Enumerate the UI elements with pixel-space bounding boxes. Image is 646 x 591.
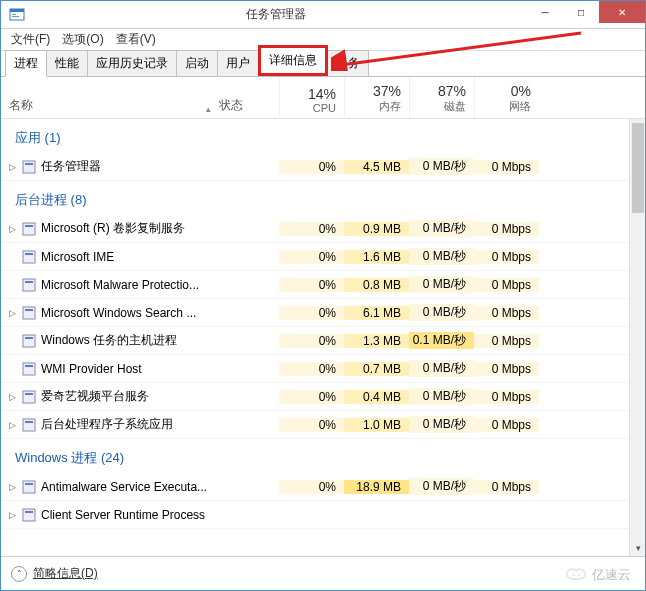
- col-name-header[interactable]: 名称 ▴: [1, 77, 219, 118]
- cpu-cell: 0%: [279, 334, 344, 348]
- minimize-button[interactable]: ─: [527, 1, 563, 23]
- tab-users[interactable]: 用户: [217, 50, 259, 76]
- process-icon: [21, 361, 37, 377]
- svg-rect-7: [25, 163, 33, 165]
- process-name: Microsoft (R) 卷影复制服务: [41, 220, 185, 237]
- expand-icon[interactable]: ▷: [7, 482, 17, 492]
- disk-cell: 0.1 MB/秒: [409, 332, 474, 349]
- expand-icon[interactable]: ▷: [7, 308, 17, 318]
- menu-file[interactable]: 文件(F): [5, 29, 56, 50]
- vertical-scrollbar[interactable]: ▴ ▾: [629, 119, 645, 556]
- svg-rect-11: [25, 253, 33, 255]
- col-cpu-header[interactable]: 14% CPU: [279, 77, 344, 118]
- net-cell: 0 Mbps: [474, 362, 539, 376]
- table-row[interactable]: ▷爱奇艺视频平台服务0%0.4 MB0 MB/秒0 Mbps: [1, 383, 645, 411]
- fewer-details-link[interactable]: 简略信息(D): [33, 565, 98, 582]
- disk-cell: 0 MB/秒: [409, 220, 474, 237]
- cpu-cell: 0%: [279, 480, 344, 494]
- mem-label: 内存: [379, 99, 401, 114]
- tab-details[interactable]: 详细信息: [258, 45, 328, 76]
- process-icon: [21, 305, 37, 321]
- svg-point-28: [573, 574, 575, 576]
- menu-options[interactable]: 选项(O): [56, 29, 109, 50]
- process-name-cell: WMI Provider Host: [1, 361, 219, 377]
- mem-cell: 1.3 MB: [344, 334, 409, 348]
- table-row[interactable]: Windows 任务的主机进程0%1.3 MB0.1 MB/秒0 Mbps: [1, 327, 645, 355]
- titlebar[interactable]: 任务管理器 ─ □ ✕: [1, 1, 645, 29]
- group-header-apps: 应用 (1): [1, 119, 645, 153]
- net-cell: 0 Mbps: [474, 160, 539, 174]
- svg-rect-9: [25, 225, 33, 227]
- process-name-cell: ▷Antimalware Service Executa...: [1, 479, 219, 495]
- svg-rect-2: [12, 14, 16, 15]
- table-row[interactable]: ▷Microsoft Windows Search ...0%6.1 MB0 M…: [1, 299, 645, 327]
- cpu-cell: 0%: [279, 278, 344, 292]
- table-row[interactable]: ▷Client Server Runtime Process: [1, 501, 645, 529]
- svg-rect-16: [23, 335, 35, 347]
- col-status-header[interactable]: 状态: [219, 77, 279, 118]
- svg-rect-15: [25, 309, 33, 311]
- process-name-cell: ▷Client Server Runtime Process: [1, 507, 219, 523]
- cpu-cell: 0%: [279, 222, 344, 236]
- menu-view[interactable]: 查看(V): [110, 29, 162, 50]
- table-row[interactable]: Microsoft IME0%1.6 MB0 MB/秒0 Mbps: [1, 243, 645, 271]
- process-name-cell: Microsoft IME: [1, 249, 219, 265]
- scrollbar-thumb[interactable]: [632, 123, 644, 213]
- process-name: Antimalware Service Executa...: [41, 480, 207, 494]
- disk-cell: 0 MB/秒: [409, 360, 474, 377]
- table-row[interactable]: ▷Microsoft (R) 卷影复制服务0%0.9 MB0 MB/秒0 Mbp…: [1, 215, 645, 243]
- scroll-down-icon[interactable]: ▾: [630, 540, 645, 556]
- column-headers: 名称 ▴ 状态 14% CPU 37% 内存 87% 磁盘 0% 网络: [1, 77, 645, 119]
- process-list: 应用 (1)▷任务管理器0%4.5 MB0 MB/秒0 Mbps后台进程 (8)…: [1, 119, 645, 556]
- expand-icon[interactable]: ▷: [7, 162, 17, 172]
- mem-cell: 18.9 MB: [344, 480, 409, 494]
- svg-rect-17: [25, 337, 33, 339]
- tabbar: 进程 性能 应用历史记录 启动 用户 详细信息 服务: [1, 51, 645, 77]
- mem-cell: 0.9 MB: [344, 222, 409, 236]
- net-cell: 0 Mbps: [474, 250, 539, 264]
- window-title: 任务管理器: [25, 6, 527, 23]
- table-row[interactable]: ▷Antimalware Service Executa...0%18.9 MB…: [1, 473, 645, 501]
- process-icon: [21, 389, 37, 405]
- chevron-up-icon[interactable]: ˄: [11, 566, 27, 582]
- disk-cell: 0 MB/秒: [409, 158, 474, 175]
- col-net-header[interactable]: 0% 网络: [474, 77, 539, 118]
- svg-rect-25: [25, 483, 33, 485]
- tab-services[interactable]: 服务: [327, 50, 369, 76]
- tab-app-history[interactable]: 应用历史记录: [87, 50, 177, 76]
- cpu-pct: 14%: [308, 86, 336, 102]
- tab-processes[interactable]: 进程: [5, 50, 47, 77]
- net-cell: 0 Mbps: [474, 278, 539, 292]
- disk-cell: 0 MB/秒: [409, 276, 474, 293]
- process-name: 爱奇艺视频平台服务: [41, 388, 149, 405]
- tab-startup[interactable]: 启动: [176, 50, 218, 76]
- mem-cell: 6.1 MB: [344, 306, 409, 320]
- svg-rect-19: [25, 365, 33, 367]
- process-name: Microsoft Windows Search ...: [41, 306, 196, 320]
- col-disk-header[interactable]: 87% 磁盘: [409, 77, 474, 118]
- svg-rect-12: [23, 279, 35, 291]
- process-icon: [21, 277, 37, 293]
- expand-icon[interactable]: ▷: [7, 392, 17, 402]
- net-cell: 0 Mbps: [474, 306, 539, 320]
- mem-cell: 4.5 MB: [344, 160, 409, 174]
- col-mem-header[interactable]: 37% 内存: [344, 77, 409, 118]
- tab-performance[interactable]: 性能: [46, 50, 88, 76]
- svg-rect-23: [25, 421, 33, 423]
- disk-label: 磁盘: [444, 99, 466, 114]
- window-controls: ─ □ ✕: [527, 1, 645, 28]
- table-row[interactable]: ▷后台处理程序子系统应用0%1.0 MB0 MB/秒0 Mbps: [1, 411, 645, 439]
- table-row[interactable]: ▷任务管理器0%4.5 MB0 MB/秒0 Mbps: [1, 153, 645, 181]
- expand-icon[interactable]: ▷: [7, 420, 17, 430]
- net-cell: 0 Mbps: [474, 334, 539, 348]
- close-button[interactable]: ✕: [599, 1, 645, 23]
- maximize-button[interactable]: □: [563, 1, 599, 23]
- expand-icon[interactable]: ▷: [7, 224, 17, 234]
- process-icon: [21, 417, 37, 433]
- process-name-cell: ▷Microsoft (R) 卷影复制服务: [1, 220, 219, 237]
- table-row[interactable]: WMI Provider Host0%0.7 MB0 MB/秒0 Mbps: [1, 355, 645, 383]
- process-icon: [21, 159, 37, 175]
- process-name: Client Server Runtime Process: [41, 508, 205, 522]
- table-row[interactable]: Microsoft Malware Protectio...0%0.8 MB0 …: [1, 271, 645, 299]
- expand-icon[interactable]: ▷: [7, 510, 17, 520]
